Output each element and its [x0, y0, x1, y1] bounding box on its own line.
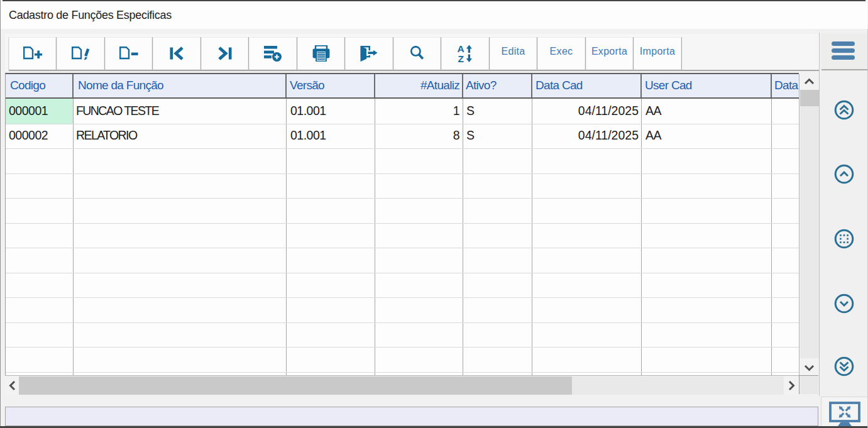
svg-text:A: A: [458, 44, 464, 54]
svg-text:Z: Z: [458, 53, 464, 63]
